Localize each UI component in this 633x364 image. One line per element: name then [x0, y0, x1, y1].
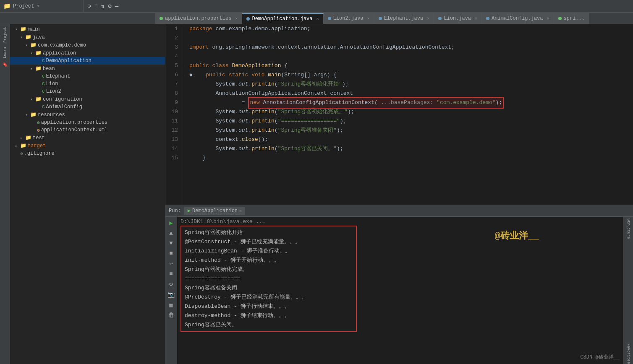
scroll-down-button[interactable]: ▼	[168, 239, 173, 247]
tree-item-java[interactable]: ▾ 📁 java	[10, 33, 165, 41]
tree-item-bean[interactable]: ▾ 📁 bean	[10, 65, 165, 73]
tree-item-lion[interactable]: C Lion	[10, 80, 165, 88]
right-strip: Structure Favorites	[623, 217, 633, 364]
str-10: "Spring容器初始化完成。"	[278, 107, 348, 117]
tree-label: application.properties	[41, 120, 107, 125]
tab-label: Lion2.java	[333, 16, 364, 21]
git-file-icon: ⚙	[20, 151, 23, 156]
top-bar-icons: ⊕ ≡ ⇅ ⚙ —	[84, 3, 122, 10]
close-fn: close	[242, 135, 258, 144]
tree-item-target[interactable]: ▸ 📁 target	[10, 142, 165, 150]
str-14: "Spring容器已关闭。"	[278, 144, 337, 153]
line-numbers: 1 2 3 4 5 6 7 8 9 10 11 12 13 14 15	[165, 24, 184, 205]
tree-item-application[interactable]: ▾ 📁 application	[10, 49, 165, 57]
rerun-button[interactable]: ↩	[168, 259, 173, 268]
tree-label: main	[28, 26, 40, 32]
tree-arrow: ▸	[15, 143, 20, 148]
line-num-11: 11	[165, 117, 180, 126]
tab-close[interactable]: ✕	[367, 16, 370, 21]
tree-item-app-context-xml[interactable]: ⚙ applicationContext.xml	[10, 126, 165, 134]
tab-demo-application[interactable]: DemoApplication.java ✕	[242, 13, 323, 24]
tree-label: configuration	[43, 96, 82, 102]
tree-item-animal-config[interactable]: C AnimalConfig	[10, 103, 165, 111]
console-line-2: @PostConstruct - 狮子已经充满能量。。。	[185, 237, 353, 247]
line-num-2: 2	[165, 34, 180, 43]
dot-14: .	[248, 144, 251, 153]
tree-item-resources[interactable]: ▾ 📁 resources	[10, 111, 165, 119]
run-tab-close[interactable]: ✕	[239, 208, 242, 213]
tree-item-elephant[interactable]: C Elephant	[10, 73, 165, 80]
console-line-8: @PreDestroy - 狮子已经消耗完所有能量。。。	[185, 293, 353, 302]
learn-side-icon[interactable]: Learn	[2, 46, 8, 59]
tree-item-main[interactable]: ▾ 📁 main	[10, 25, 165, 33]
scroll-up-button[interactable]: ▲	[168, 229, 173, 237]
code-line-1: package com.example.demo.application;	[189, 24, 633, 34]
run-tab[interactable]: ▶ DemoApplication ✕	[184, 207, 245, 215]
tree-label: Elephant	[46, 73, 71, 79]
tree-item-demo-application[interactable]: C DemoApplication	[10, 57, 165, 65]
tab-dot	[486, 17, 489, 20]
sort-icon[interactable]: ⇅	[101, 3, 105, 10]
run-arrow-5: ▶	[184, 61, 185, 70]
close-brace: }	[202, 153, 206, 163]
tree-item-app-properties[interactable]: ⚙ application.properties	[10, 119, 165, 126]
tree-label: DemoApplication	[46, 58, 92, 64]
tab-label: spri...	[564, 16, 585, 21]
stop-button[interactable]: ■	[168, 249, 173, 257]
str-pkg: "com.example.demo"	[437, 99, 495, 106]
code-line-11: System.out.println("=================");	[189, 117, 633, 126]
tree-label: Lion2	[46, 88, 61, 94]
kw-import: import	[189, 43, 212, 52]
filter-button[interactable]: ▦	[168, 301, 173, 309]
import-path: org.springframework.context.annotation.A…	[212, 43, 455, 52]
trash-button[interactable]: 🗑	[167, 311, 175, 320]
minimize-icon[interactable]: —	[115, 3, 118, 10]
pkg-name: com.example.demo.application;	[215, 24, 310, 34]
settings-btn[interactable]: ⚙	[168, 280, 173, 289]
console-line-1: Spring容器初始化开始	[185, 228, 353, 237]
navigate-icon[interactable]: ⊕	[87, 3, 91, 10]
run-button[interactable]: ▶	[168, 218, 173, 227]
project-side-icon[interactable]: Project	[2, 26, 8, 44]
code-line-4	[189, 52, 633, 61]
code-line-3: import org.springframework.context.annot…	[189, 43, 633, 52]
bookmark-side-icon[interactable]: 🔖	[1, 62, 8, 69]
folder-icon: 📁	[20, 143, 26, 149]
out-7: out	[238, 80, 248, 89]
kw-package: package	[189, 24, 215, 34]
println-12: println	[251, 126, 275, 135]
tree-item-lion2[interactable]: C Lion2	[10, 88, 165, 95]
tab-close[interactable]: ✕	[316, 16, 319, 21]
project-dropdown-icon[interactable]: ▾	[37, 3, 39, 9]
line-num-13: 13	[165, 135, 180, 144]
list-icon[interactable]: ≡	[94, 3, 97, 10]
structure-icon[interactable]: Structure	[626, 218, 630, 239]
tab-application-properties[interactable]: application.properties ✕	[155, 13, 242, 24]
camera-button[interactable]: 📷	[167, 290, 175, 299]
tab-close[interactable]: ✕	[235, 16, 238, 21]
code-line-7: System.out.println("Spring容器初始化开始");	[189, 80, 633, 89]
tree-item-configuration[interactable]: ▾ 📁 configuration	[10, 95, 165, 103]
tab-elephant[interactable]: Elephant.java ✕	[374, 13, 434, 24]
format-button[interactable]: ≡	[168, 270, 173, 278]
tab-spri[interactable]: spri...	[554, 13, 589, 24]
indent-12	[189, 126, 215, 135]
left-side-icons: Project Learn 🔖	[0, 24, 10, 364]
code-line-2	[189, 34, 633, 43]
run-tab-icon: ▶	[188, 208, 191, 214]
xml-file-icon: ⚙	[37, 127, 40, 133]
tab-close[interactable]: ✕	[547, 16, 549, 21]
tree-item-com-example-demo[interactable]: ▾ 📁 com.example.demo	[10, 41, 165, 49]
tree-item-gitignore[interactable]: ⚙ .gitignore	[10, 150, 165, 157]
folder-icon: 📁	[35, 96, 42, 102]
tab-close[interactable]: ✕	[427, 16, 429, 21]
folder-icon: 📁	[25, 34, 31, 40]
tab-lion2[interactable]: Lion2.java ✕	[324, 13, 374, 24]
tab-close[interactable]: ✕	[475, 16, 477, 21]
tree-item-test[interactable]: ▸ 📁 test	[10, 134, 165, 142]
tab-lion[interactable]: Lion.java ✕	[434, 13, 482, 24]
tab-animal-config[interactable]: AnimalConfig.java ✕	[482, 13, 554, 24]
settings-icon[interactable]: ⚙	[108, 3, 111, 10]
folder-icon: 📁	[35, 65, 42, 72]
favorites-icon[interactable]: Favorites	[626, 343, 630, 364]
